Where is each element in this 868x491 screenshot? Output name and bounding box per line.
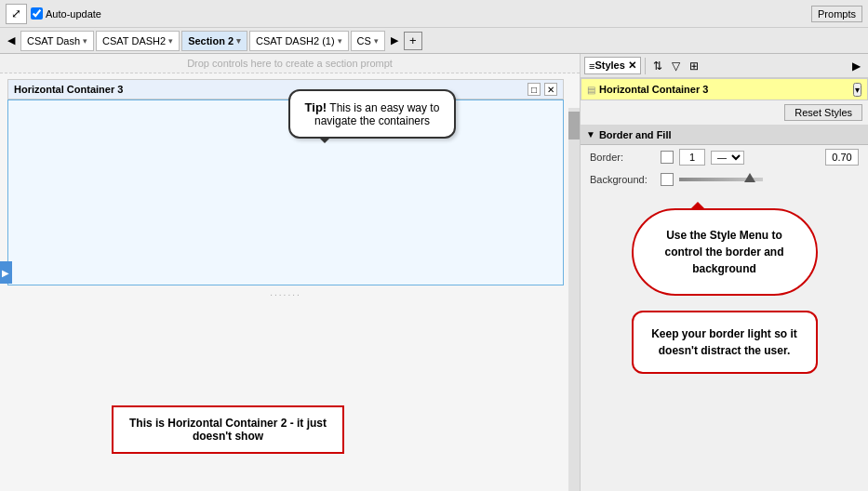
right-toolbar: ≡ Styles ✕ ⇅ ▽ ⊞ ▶ xyxy=(581,54,868,78)
border-label: Border: xyxy=(590,152,655,163)
styles-tab-button[interactable]: ≡ Styles ✕ xyxy=(584,57,641,74)
scroll-thumb xyxy=(568,112,580,139)
tab-csat-dash2[interactable]: CSAT DASH2 ▾ xyxy=(96,31,180,51)
callout-box: This is Horizontal Container 2 - it just… xyxy=(112,405,344,454)
border-style-dropdown[interactable]: — xyxy=(711,151,744,165)
grid-button[interactable]: ⊞ xyxy=(686,58,702,74)
opacity-value-display: 0.70 xyxy=(825,149,859,166)
section-title: Border and Fill xyxy=(599,129,672,140)
callout-text: This is Horizontal Container 2 - it just… xyxy=(129,417,327,443)
tab-label: CSAT DASH2 xyxy=(102,35,166,46)
tab-csat-dash[interactable]: CSAT Dash ▾ xyxy=(20,31,94,51)
border-fill-section-header: ▼ Border and Fill xyxy=(581,125,868,145)
auto-update-checkbox[interactable] xyxy=(31,7,43,20)
hcontainer-minimize-button[interactable]: □ xyxy=(527,83,541,96)
tab-label: CSAT DASH2 (1) xyxy=(256,35,335,46)
sort-icon: ⇅ xyxy=(653,60,662,73)
background-opacity-slider[interactable] xyxy=(679,178,781,181)
hcontainer-body xyxy=(7,100,564,285)
slider-track xyxy=(679,178,763,181)
tab-bar: ◀ CSAT Dash ▾ CSAT DASH2 ▾ Section 2 ▾ C… xyxy=(0,28,868,54)
reset-styles-button[interactable]: Reset Styles xyxy=(784,104,862,121)
tab-label: CSAT Dash xyxy=(27,35,80,46)
expand-panel-arrow[interactable]: ▶ xyxy=(0,261,12,284)
toolbar-separator xyxy=(645,58,646,74)
auto-update-container: Auto-update xyxy=(31,7,101,20)
slider-thumb xyxy=(744,173,755,182)
tab-section2[interactable]: Section 2 ▾ xyxy=(181,31,247,51)
background-label: Background: xyxy=(590,174,655,185)
scroll-indicator[interactable] xyxy=(568,108,580,491)
reset-styles-row: Reset Styles xyxy=(581,100,868,125)
section-drop-hint: Drop controls here to create a section p… xyxy=(0,54,580,73)
right-panel: ≡ Styles ✕ ⇅ ▽ ⊞ ▶ ▤ Horizontal Containe… xyxy=(580,54,868,491)
border-callout: Keep your border light so it doesn't dis… xyxy=(632,311,818,374)
tab-arrow: ▾ xyxy=(168,36,173,46)
sort-button[interactable]: ⇅ xyxy=(649,58,666,74)
border-callout-text: Keep your border light so it doesn't dis… xyxy=(651,327,797,357)
filter-button[interactable]: ▽ xyxy=(668,58,684,74)
background-color-swatch[interactable] xyxy=(661,173,674,186)
tip-bubble: Tip! This is an easy way to navigate the… xyxy=(288,89,456,139)
tab-cs[interactable]: CS ▾ xyxy=(351,31,385,51)
tab-arrow: ▾ xyxy=(83,36,87,46)
border-value-display: 1 xyxy=(679,149,705,166)
filter-icon: ▽ xyxy=(672,60,680,73)
section-collapse-arrow[interactable]: ▼ xyxy=(586,129,595,139)
selected-container-bar: ▤ Horizontal Container 3 ▾ xyxy=(581,78,868,100)
tab-label: CS xyxy=(357,35,371,46)
prompts-button[interactable]: Prompts xyxy=(811,6,862,22)
left-panel: Drop controls here to create a section p… xyxy=(0,54,580,491)
container-dropdown-arrow[interactable]: ▾ xyxy=(853,83,861,97)
border-row: Border: 1 — 0.70 xyxy=(581,145,868,169)
tab-nav-right[interactable]: ▶ xyxy=(387,33,402,48)
tab-arrow: ▾ xyxy=(374,36,379,46)
style-menu-text: Use the Style Menu to control the border… xyxy=(664,229,783,275)
hcontainer-icons: □ ✕ xyxy=(527,83,557,96)
tab-arrow: ▾ xyxy=(236,36,241,46)
grid-icon: ⊞ xyxy=(689,60,699,73)
styles-label: Styles ✕ xyxy=(594,60,635,72)
tip-label: Tip! xyxy=(305,100,327,114)
auto-update-label: Auto-update xyxy=(46,8,101,20)
resize-handle[interactable]: ....... xyxy=(7,285,564,299)
style-menu-bubble: Use the Style Menu to control the border… xyxy=(632,208,818,296)
tab-add-button[interactable]: + xyxy=(404,32,422,50)
expand-icon: ⤢ xyxy=(11,7,21,20)
grid-icon-button[interactable]: ⤢ xyxy=(6,4,27,24)
tip-text: This is an easy way to navigate the cont… xyxy=(314,101,439,127)
tab-label: Section 2 xyxy=(188,35,234,46)
background-row: Background: xyxy=(581,169,868,190)
top-toolbar: ⤢ Auto-update Prompts xyxy=(0,0,868,28)
hcontainer-header: Horizontal Container 3 □ ✕ xyxy=(7,79,564,100)
container-icon: ▤ xyxy=(587,85,595,95)
tab-nav-left[interactable]: ◀ xyxy=(4,33,19,48)
border-color-swatch[interactable] xyxy=(661,151,674,164)
tab-arrow: ▾ xyxy=(338,36,342,46)
tab-csat-dash2-1[interactable]: CSAT DASH2 (1) ▾ xyxy=(249,31,349,51)
expand-right-button[interactable]: ▶ xyxy=(848,58,864,74)
main-area: Drop controls here to create a section p… xyxy=(0,54,868,491)
hcontainer-close-button[interactable]: ✕ xyxy=(544,83,557,96)
selected-container-label: Horizontal Container 3 xyxy=(599,84,849,95)
